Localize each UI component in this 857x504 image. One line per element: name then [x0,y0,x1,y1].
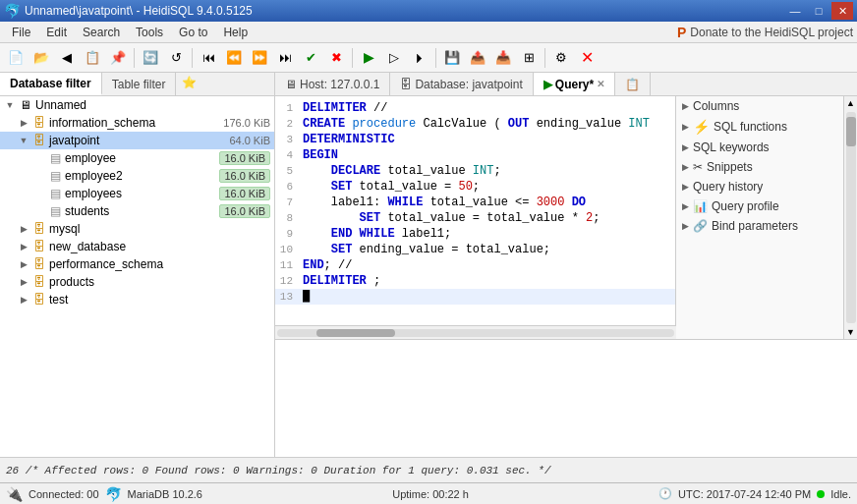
tab-host[interactable]: 🖥 Host: 127.0.0.1 [275,73,390,95]
tree-products[interactable]: ▶ 🗄 products [0,273,274,291]
code-line-8: 8 SET total_value = total_value * 2; [275,210,675,226]
tree-test[interactable]: ▶ 🗄 test [0,291,274,308]
tb-cancel[interactable]: ✕ [575,46,599,70]
rs-query-profile[interactable]: ▶ 📊 Query profile [676,196,843,216]
tab-query[interactable]: ▶ Query* ✕ [534,73,615,95]
info-arrow: ▶ [16,115,31,131]
vscroll-down[interactable]: ▼ [844,325,858,339]
right-panel: 🖥 Host: 127.0.0.1 🗄 Database: javatpoint… [275,73,857,457]
info-label: information_schema [49,116,223,130]
tb-sep2 [192,48,193,68]
ln6: 6 [275,179,299,195]
tree-employee[interactable]: ▤ employee 16.0 KiB [0,149,274,167]
vscroll-thumb[interactable] [846,117,856,146]
tb-import[interactable]: 📥 [491,46,515,70]
app-icon: 🐬 [4,3,21,19]
hscroll-thumb[interactable] [316,329,395,337]
uptime: Uptime: 00:22 h [392,488,469,500]
tb-open[interactable]: 📂 [29,46,53,70]
ln2: 2 [275,116,299,132]
tree-information-schema[interactable]: ▶ 🗄 information_schema 176.0 KiB [0,114,274,132]
rs-query-history[interactable]: ▶ Query history [676,177,843,196]
tb-paste[interactable]: 📌 [106,46,130,70]
tb-save[interactable]: 💾 [440,46,464,70]
minimize-button[interactable]: — [784,2,806,20]
rs-qp-icon: 📊 [693,199,708,213]
stu-size: 16.0 KiB [219,204,270,218]
jv-arrow: ▼ [16,133,31,148]
menu-items: File Edit Search Tools Go to Help [4,24,256,41]
rs-sql-functions[interactable]: ▶ ⚡ SQL functions [676,116,843,138]
perf-arrow: ▶ [16,256,31,272]
tb-run[interactable]: ▶ [357,46,380,70]
code-line-5: 5 DECLARE total_value INT; [275,163,675,179]
tb-new[interactable]: 📄 [4,46,28,70]
lc12: DELIMITER ; [299,273,675,289]
menu-help[interactable]: Help [215,24,256,41]
rs-snippets[interactable]: ▶ ✂ Snippets [676,157,843,177]
tree-javatpoint[interactable]: ▼ 🗄 javatpoint 64.0 KiB [0,132,274,149]
tree-area[interactable]: ▼ 🖥 Unnamed ▶ 🗄 information_schema 176.0… [0,96,274,457]
tree-mysql[interactable]: ▶ 🗄 mysql [0,220,274,238]
test-arrow: ▶ [16,292,31,308]
tb-run2[interactable]: ▷ [382,46,406,70]
test-label: test [49,293,274,307]
title-left: 🐬 Unnamed\javatpoint\ - HeidiSQL 9.4.0.5… [4,3,253,19]
tb-check[interactable]: ✔ [299,46,322,70]
tb-next2[interactable]: ⏭ [273,46,297,70]
tb-grid[interactable]: ⊞ [517,46,541,70]
tb-sep4 [435,48,436,68]
tb-prev2[interactable]: ⏪ [222,46,246,70]
root-label: Unnamed [35,98,274,112]
tb-run3[interactable]: ⏵ [408,46,431,70]
tab-database-filter[interactable]: Database filter [0,73,102,95]
vscroll-up[interactable]: ▲ [844,96,858,110]
tb-prev[interactable]: ⏮ [197,46,220,70]
tree-employee2[interactable]: ▤ employee2 16.0 KiB [0,167,274,185]
close-button[interactable]: ✕ [831,2,853,20]
tree-employees[interactable]: ▤ employees 16.0 KiB [0,185,274,202]
tb-stop[interactable]: ✖ [324,46,348,70]
maximize-button[interactable]: □ [808,2,829,20]
tree-performance-schema[interactable]: ▶ 🗄 performance_schema [0,255,274,273]
tree-students[interactable]: ▤ students 16.0 KiB [0,202,274,220]
rs-sql-keywords[interactable]: ▶ SQL keywords [676,138,843,157]
snip-arrow-icon: ▶ [682,162,689,172]
menu-file[interactable]: File [4,24,38,41]
tab-database[interactable]: 🗄 Database: javatpoint [390,73,533,95]
tb-refresh[interactable]: 🔄 [139,46,162,70]
toolbar: 📄 📂 ◀ 📋 📌 🔄 ↺ ⏮ ⏪ ⏩ ⏭ ✔ ✖ ▶ ▷ ⏵ 💾 📤 📥 ⊞ … [0,43,857,73]
tb-back[interactable]: ◀ [55,46,79,70]
tab-extra[interactable]: 📋 [615,73,651,95]
tb-next[interactable]: ⏩ [248,46,271,70]
query-close-icon[interactable]: ✕ [597,79,604,89]
hscroll-track [277,329,674,337]
ln7: 7 [275,195,299,210]
newdb-icon: 🗄 [31,239,47,254]
tb-refresh2[interactable]: ↺ [164,46,188,70]
favorites-star[interactable]: ⭐ [176,73,202,95]
tb-copy[interactable]: 📋 [81,46,104,70]
rs-bind-params[interactable]: ▶ 🔗 Bind parameters [676,216,843,236]
code-editor[interactable]: 1 DELIMITER // 2 CREATE procedure CalcVa… [275,96,676,325]
code-line-6: 6 SET total_value = 50; [275,179,675,195]
prod-arrow: ▶ [16,274,31,290]
host-icon: 🖥 [285,78,297,91]
tb-settings[interactable]: ⚙ [549,46,573,70]
prod-icon: 🗄 [31,274,47,290]
menu-edit[interactable]: Edit [38,24,75,41]
tab-table-filter[interactable]: Table filter [102,73,177,95]
emp-label: employee [65,151,219,165]
rs-columns[interactable]: ▶ Columns [676,96,843,116]
connection-status: Connected: 00 [29,488,99,500]
menu-tools[interactable]: Tools [128,24,171,41]
tree-new-database[interactable]: ▶ 🗄 new_database [0,238,274,255]
ln3: 3 [275,132,299,147]
menu-search[interactable]: Search [75,24,128,41]
tree-root[interactable]: ▼ 🖥 Unnamed [0,96,274,114]
code-hscroll[interactable] [275,325,676,339]
test-icon: 🗄 [31,292,47,308]
tb-export[interactable]: 📤 [466,46,489,70]
bottombar: 🔌 Connected: 00 🐬 MariaDB 10.2.6 Uptime:… [0,482,857,504]
menu-goto[interactable]: Go to [171,24,215,41]
